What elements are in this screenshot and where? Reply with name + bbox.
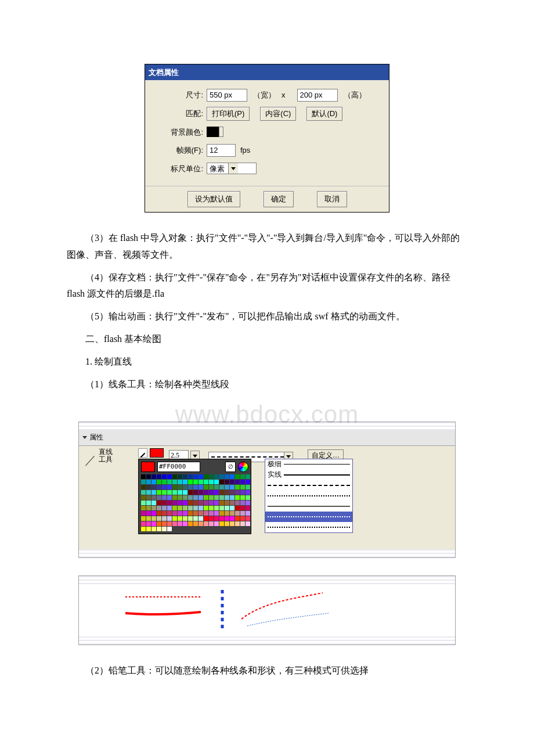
para-5: （5）输出动画：执行"文件"-"发布"，可以把作品输出成 swf 格式的动画文件… (67, 308, 467, 325)
sub-1a: （1）线条工具：绘制各种类型线段 (67, 376, 467, 393)
line-tool-icon: ／ (82, 448, 99, 470)
default-size-button[interactable]: 默认(D) (306, 107, 342, 121)
width-tag: （宽） (253, 88, 276, 102)
ruler-value: 像素 (210, 162, 225, 175)
stroke-style-dropdown[interactable]: 极细 实线 (265, 459, 353, 533)
color-swatch-grid[interactable] (141, 474, 248, 531)
match-label: 匹配: (151, 107, 207, 120)
fps-input[interactable]: 12 (207, 144, 236, 157)
panel-title: 属性 (89, 431, 103, 444)
color-wheel-icon[interactable] (238, 462, 248, 472)
style-option-dotted[interactable] (265, 491, 352, 501)
printer-button[interactable]: 打印机(P) (207, 107, 250, 121)
ruler-unit-select[interactable]: 像素 (207, 163, 257, 174)
heading-2: 二、flash 基本绘图 (67, 331, 467, 348)
width-input[interactable]: 550 px (207, 89, 247, 102)
height-tag: （高） (344, 88, 366, 102)
stroke-color-swatch (150, 448, 164, 458)
stroke-samples-box (78, 575, 456, 645)
document-properties-dialog: 文档属性 尺寸: 550 px （宽） x 200 px （高） 匹配: 打印机… (145, 64, 389, 213)
para-3: （3）在 flash 中导入对象：执行"文件"-"导入"-"导入到舞台/导入到库… (67, 230, 467, 264)
no-color-icon[interactable]: ∅ (225, 462, 236, 472)
height-input[interactable]: 200 px (297, 89, 338, 102)
set-default-button[interactable]: 设为默认值 (187, 191, 240, 207)
bg-color-swatch[interactable] (207, 127, 221, 137)
fps-unit: fps (240, 143, 250, 157)
sub-1: 1. 绘制直线 (67, 354, 467, 370)
size-label: 尺寸: (151, 88, 207, 102)
ruler-label: 标尺单位: (151, 162, 207, 175)
sub-2: （2）铅笔工具：可以随意绘制各种线条和形状，有三种模式可供选择 (67, 663, 467, 679)
style-option-solid[interactable]: 实线 (265, 470, 352, 480)
para-4: （4）保存文档：执行"文件"-"保存"命令，在"另存为"对话框中设置保存文件的名… (67, 269, 467, 303)
x-separator: x (282, 88, 286, 102)
style-option-dashed[interactable] (265, 480, 352, 491)
content-button[interactable]: 内容(C) (260, 107, 296, 121)
panel-header[interactable]: 属性 (79, 430, 455, 446)
stroke-color-control[interactable] (138, 448, 164, 458)
color-picker-popup: #FF0000 ∅ (138, 459, 251, 534)
current-color-swatch (141, 462, 155, 472)
hex-input[interactable]: #FF0000 (157, 462, 200, 472)
tool-name: 直线工具 (99, 448, 115, 463)
pencil-icon (138, 448, 147, 458)
ok-button[interactable]: 确定 (264, 191, 294, 207)
cancel-button[interactable]: 取消 (317, 191, 347, 207)
dashed-style-preview (211, 456, 284, 458)
line-tool-properties-panel: 属性 ／ 直线工具 2.5 (78, 422, 456, 558)
style-option-ragged[interactable] (265, 501, 352, 512)
fps-label: 帧频(F): (151, 143, 207, 157)
style-option-hatched[interactable] (265, 522, 352, 532)
chevron-down-icon (228, 163, 238, 174)
dialog-title: 文档属性 (145, 64, 389, 80)
style-option-stipple[interactable] (265, 512, 352, 522)
bg-color-label: 背景颜色: (151, 125, 207, 139)
